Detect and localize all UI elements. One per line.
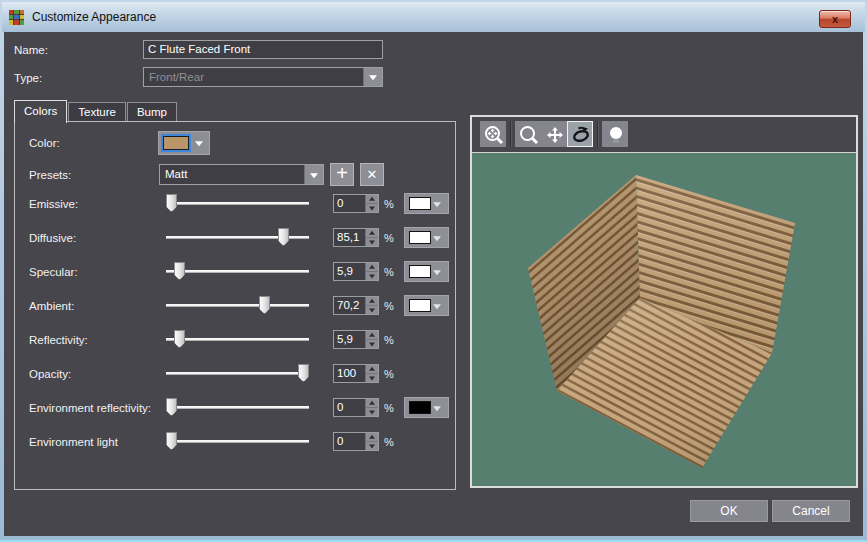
- slider-thumb[interactable]: [259, 296, 270, 314]
- slider-track: [166, 304, 309, 307]
- toolbar-separator: [510, 121, 511, 147]
- slider-thumb[interactable]: [298, 364, 309, 382]
- spin-down-button[interactable]: [366, 204, 378, 213]
- pan-button[interactable]: [541, 121, 567, 147]
- zoom-button[interactable]: [515, 121, 541, 147]
- customize-appearance-window: Customize Appearance x Name: C Flute Fac…: [0, 0, 867, 542]
- slider[interactable]: [166, 431, 309, 453]
- channel-color-dropdown[interactable]: [404, 261, 449, 282]
- slider-thumb[interactable]: [166, 194, 177, 212]
- spin-up-button[interactable]: [366, 263, 378, 272]
- value-box[interactable]: 5,9: [333, 262, 379, 281]
- spin-down-button[interactable]: [366, 442, 378, 451]
- slider-thumb[interactable]: [174, 262, 185, 280]
- slider-thumb[interactable]: [166, 432, 177, 450]
- slider[interactable]: [166, 295, 309, 317]
- value-box[interactable]: 0: [333, 432, 379, 451]
- arrow-up-icon: [369, 435, 375, 439]
- toolbar-separator: [597, 121, 598, 147]
- spin-down-button[interactable]: [366, 374, 378, 383]
- slider-label: Emissive:: [29, 193, 78, 215]
- delete-preset-button[interactable]: ✕: [360, 163, 384, 186]
- type-label: Type:: [14, 72, 42, 84]
- presets-dropdown-button[interactable]: [304, 165, 323, 184]
- spin-down-button[interactable]: [366, 238, 378, 247]
- color-picker-dropdown[interactable]: [158, 131, 210, 155]
- slider-track: [166, 270, 309, 273]
- colors-tab-page: Color: Presets: Matt + ✕ Emissive:: [14, 121, 456, 490]
- slider[interactable]: [166, 227, 309, 249]
- slider[interactable]: [166, 397, 309, 419]
- value-box[interactable]: 85,1: [333, 228, 379, 247]
- add-preset-button[interactable]: +: [330, 163, 354, 186]
- value-text: 85,1: [337, 229, 359, 246]
- channel-color-swatch: [409, 265, 431, 278]
- slider[interactable]: [166, 363, 309, 385]
- slider-thumb[interactable]: [166, 398, 177, 416]
- value-box[interactable]: 100: [333, 364, 379, 383]
- tab-strip: Colors Texture Bump: [14, 100, 178, 122]
- arrow-down-icon: [369, 274, 375, 278]
- arrow-down-icon: [369, 206, 375, 210]
- value-box[interactable]: 5,9: [333, 330, 379, 349]
- tab-bump[interactable]: Bump: [127, 102, 177, 122]
- percent-label: %: [384, 363, 394, 385]
- spin-down-button[interactable]: [366, 272, 378, 281]
- type-dropdown-button[interactable]: [363, 68, 382, 86]
- arrow-down-icon: [369, 376, 375, 380]
- spin-up-button[interactable]: [366, 229, 378, 238]
- value-box[interactable]: 0: [333, 194, 379, 213]
- channel-color-dropdown[interactable]: [404, 193, 449, 214]
- close-button[interactable]: x: [819, 10, 851, 28]
- ok-button[interactable]: OK: [690, 500, 768, 522]
- chevron-down-icon: [433, 304, 441, 309]
- tab-texture[interactable]: Texture: [68, 102, 126, 122]
- spin-up-button[interactable]: [366, 399, 378, 408]
- percent-label: %: [384, 329, 394, 351]
- channel-color-swatch: [409, 197, 431, 210]
- spin-down-button[interactable]: [366, 306, 378, 315]
- channel-color-dropdown[interactable]: [404, 397, 449, 418]
- value-box[interactable]: 70,2: [333, 296, 379, 315]
- preview-viewport[interactable]: [472, 152, 856, 486]
- arrow-up-icon: [369, 401, 375, 405]
- spin-down-button[interactable]: [366, 340, 378, 349]
- value-box[interactable]: 0: [333, 398, 379, 417]
- value-text: 70,2: [337, 297, 359, 314]
- spin-up-button[interactable]: [366, 195, 378, 204]
- type-value: Front/Rear: [149, 68, 204, 86]
- percent-label: %: [384, 193, 394, 215]
- tab-colors[interactable]: Colors: [14, 100, 67, 123]
- spin-up-button[interactable]: [366, 331, 378, 340]
- spin-up-button[interactable]: [366, 433, 378, 442]
- slider-row: Emissive: 0 %: [15, 193, 457, 215]
- slider-label: Ambient:: [29, 295, 74, 317]
- slider-label: Opacity:: [29, 363, 71, 385]
- slider[interactable]: [166, 261, 309, 283]
- name-input[interactable]: C Flute Faced Front: [143, 40, 383, 59]
- cancel-button[interactable]: Cancel: [772, 500, 850, 522]
- spin-up-button[interactable]: [366, 365, 378, 374]
- channel-color-dropdown[interactable]: [404, 295, 449, 316]
- arrow-down-icon: [369, 444, 375, 448]
- slider-track: [166, 406, 309, 409]
- slider[interactable]: [166, 329, 309, 351]
- spin-down-button[interactable]: [366, 408, 378, 417]
- zoom-window-button[interactable]: [480, 121, 506, 147]
- app-grid-icon: [9, 10, 24, 25]
- arrow-down-icon: [369, 240, 375, 244]
- percent-label: %: [384, 397, 394, 419]
- slider-thumb[interactable]: [278, 228, 289, 246]
- orbit-button[interactable]: [567, 121, 593, 147]
- spinner: [365, 195, 378, 212]
- slider-thumb[interactable]: [174, 330, 185, 348]
- spin-up-button[interactable]: [366, 297, 378, 306]
- chevron-down-icon: [433, 236, 441, 241]
- slider-label: Reflectivity:: [29, 329, 88, 351]
- channel-color-dropdown[interactable]: [404, 227, 449, 248]
- arrow-up-icon: [369, 367, 375, 371]
- type-dropdown[interactable]: Front/Rear: [143, 67, 383, 87]
- slider[interactable]: [166, 193, 309, 215]
- presets-dropdown[interactable]: Matt: [159, 164, 324, 185]
- light-button[interactable]: [602, 121, 628, 147]
